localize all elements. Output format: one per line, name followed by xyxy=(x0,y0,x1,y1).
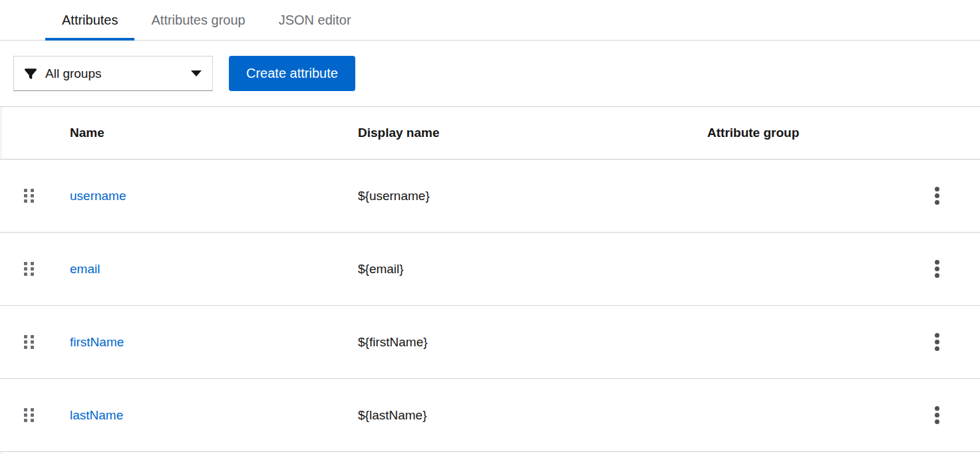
kebab-menu-button[interactable] xyxy=(922,181,951,211)
table-row: email ${email} xyxy=(0,233,980,306)
attribute-display-name: ${firstName} xyxy=(358,335,707,350)
kebab-icon xyxy=(935,406,939,411)
tab-attributes[interactable]: Attributes xyxy=(45,0,134,41)
caret-down-icon xyxy=(191,70,202,76)
kebab-menu-button[interactable] xyxy=(922,255,951,284)
header-display-name: Display name xyxy=(358,126,707,140)
attribute-display-name: ${username} xyxy=(358,189,707,203)
kebab-menu-button[interactable] xyxy=(922,328,951,357)
group-filter-select[interactable]: All groups xyxy=(13,56,213,91)
header-attribute-group: Attribute group xyxy=(707,126,894,140)
kebab-icon xyxy=(935,260,939,265)
table-header-row: Name Display name Attribute group xyxy=(0,107,980,160)
attribute-name-link[interactable]: lastName xyxy=(70,408,358,423)
attributes-table: Name Display name Attribute group userna… xyxy=(0,107,980,452)
attribute-display-name: ${lastName} xyxy=(358,408,707,423)
kebab-menu-button[interactable] xyxy=(922,401,951,430)
tab-attributes-group[interactable]: Attributes group xyxy=(134,0,261,41)
drag-handle[interactable] xyxy=(24,189,34,203)
group-filter-value: All groups xyxy=(45,66,191,81)
kebab-icon xyxy=(935,333,939,338)
attribute-name-link[interactable]: username xyxy=(70,189,358,203)
attribute-display-name: ${email} xyxy=(358,262,707,277)
drag-handle[interactable] xyxy=(24,408,34,422)
tabs-bar: Attributes Attributes group JSON editor xyxy=(0,0,980,41)
drag-handle[interactable] xyxy=(24,262,34,276)
tab-attributes-label: Attributes xyxy=(62,13,118,28)
table-row: username ${username} xyxy=(0,160,980,233)
drag-handle[interactable] xyxy=(24,335,34,349)
attributes-toolbar: All groups Create attribute xyxy=(0,41,980,107)
header-name: Name xyxy=(70,126,358,140)
create-attribute-button[interactable]: Create attribute xyxy=(229,56,355,91)
tab-json-editor[interactable]: JSON editor xyxy=(262,0,368,41)
table-row: lastName ${lastName} xyxy=(0,379,980,452)
tab-json-editor-label: JSON editor xyxy=(279,13,351,28)
kebab-icon xyxy=(935,187,939,191)
attribute-name-link[interactable]: firstName xyxy=(70,335,358,350)
filter-icon xyxy=(25,68,37,80)
tab-attributes-group-label: Attributes group xyxy=(151,13,245,28)
table-row: firstName ${firstName} xyxy=(0,306,980,379)
attribute-name-link[interactable]: email xyxy=(70,262,358,277)
